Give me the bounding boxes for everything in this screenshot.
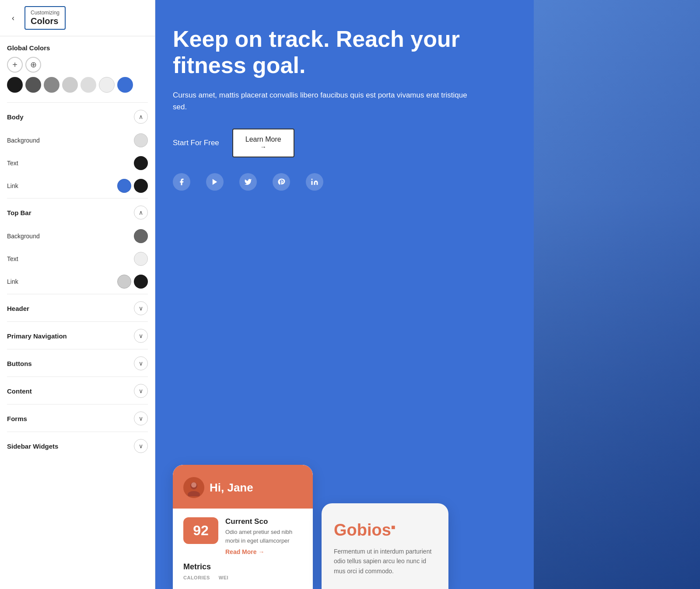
hero-subtitle: Cursus amet, mattis placerat convallis l… (173, 89, 479, 113)
youtube-icon[interactable] (206, 173, 224, 191)
global-colors-title: Global Colors (7, 44, 148, 52)
metrics-title: Metrics (183, 562, 302, 572)
body-label: Body (7, 113, 24, 121)
add-color-button[interactable]: + (7, 57, 23, 73)
gobios-logo: Gobios■ (334, 521, 436, 540)
gobios-card: Gobios■ Fermentum ut in interdum parturi… (322, 503, 448, 589)
body-background-row: Background (7, 129, 148, 152)
athlete-bg (534, 0, 700, 589)
back-button[interactable]: ‹ (7, 12, 19, 24)
primary-nav-chevron[interactable]: ∨ (134, 329, 148, 343)
swatch-near-white[interactable] (99, 77, 115, 93)
topbar-link-row: Link (7, 270, 148, 293)
swatch-dark-gray[interactable] (25, 77, 41, 93)
content-chevron[interactable]: ∨ (134, 384, 148, 398)
panel-header: ‹ Customizing Colors (0, 0, 155, 36)
score-label: Current Sco (225, 517, 302, 526)
swatch-medium-gray[interactable] (44, 77, 60, 93)
panel-title-main: Colors (31, 16, 60, 26)
facebook-icon[interactable] (173, 173, 190, 191)
content-section: Content ∨ (7, 376, 148, 403)
body-section-row: Body ∧ (7, 105, 148, 129)
header-section: Header ∨ (7, 294, 148, 321)
learn-more-button[interactable]: Learn More → (232, 129, 294, 157)
score-badge: 92 (183, 517, 218, 544)
header-label: Header (7, 305, 29, 312)
body-link-dot1[interactable] (117, 179, 131, 193)
body-link-dot2[interactable] (134, 179, 148, 193)
linkedin-icon[interactable] (306, 173, 323, 191)
panel-body: Global Colors + ⊕ Body ∧ Background (0, 36, 155, 467)
topbar-text-label: Text (7, 255, 18, 262)
forms-section-row: Forms ∨ (7, 406, 148, 431)
twitter-icon[interactable] (239, 173, 257, 191)
color-add-row: + ⊕ (7, 57, 148, 73)
topbar-chevron-up[interactable]: ∧ (134, 206, 148, 220)
content-label: Content (7, 387, 32, 395)
svg-point-3 (188, 491, 200, 496)
learn-more-arrow: → (260, 143, 266, 150)
header-chevron[interactable]: ∨ (134, 301, 148, 315)
athlete-figure (534, 195, 700, 589)
start-button[interactable]: Start For Free (173, 139, 219, 147)
left-panel: ‹ Customizing Colors Global Colors + ⊕ B… (0, 0, 155, 589)
score-row: 92 Current Sco Odio amet pretiur sed nib… (183, 517, 302, 555)
swatch-light-gray[interactable] (62, 77, 78, 93)
add-global-color-button[interactable]: ⊕ (25, 57, 41, 73)
swatch-lighter-gray[interactable] (80, 77, 96, 93)
svg-point-4 (191, 482, 196, 488)
topbar-text-row: Text (7, 247, 148, 270)
global-swatches (7, 77, 148, 93)
topbar-label: Top Bar (7, 209, 32, 216)
panel-title-sub: Customizing (31, 10, 60, 16)
buttons-section: Buttons ∨ (7, 349, 148, 376)
user-greeting: Hi, Jane (210, 481, 253, 495)
body-background-dots (134, 133, 148, 147)
metrics-cols: CALORIES WEI (183, 575, 302, 580)
swatch-blue[interactable] (117, 77, 133, 93)
buttons-label: Buttons (7, 360, 32, 367)
fitness-card: Hi, Jane 92 Current Sco Odio amet pretiu… (173, 465, 313, 589)
buttons-section-row: Buttons ∨ (7, 351, 148, 376)
topbar-section-row: Top Bar ∧ (7, 200, 148, 225)
topbar-link-label: Link (7, 278, 18, 285)
hero-title: Keep on track. Reach your fitness goal. (173, 26, 492, 79)
user-avatar (183, 477, 204, 498)
gobios-mark: ■ (391, 523, 396, 531)
sidebar-widgets-label: Sidebar Widgets (7, 443, 58, 450)
buttons-chevron[interactable]: ∨ (134, 356, 148, 370)
topbar-background-row: Background (7, 225, 148, 247)
body-background-dot[interactable] (134, 133, 148, 147)
score-content: Current Sco Odio amet pretiur sed nibh m… (225, 517, 302, 555)
primary-nav-section: Primary Navigation ∨ (7, 321, 148, 348)
primary-nav-section-row: Primary Navigation ∨ (7, 324, 148, 348)
topbar-background-label: Background (7, 233, 40, 240)
right-panel: Keep on track. Reach your fitness goal. … (155, 0, 700, 589)
panel-title-box: Customizing Colors (24, 6, 66, 30)
forms-label: Forms (7, 415, 27, 422)
primary-nav-label: Primary Navigation (7, 332, 67, 340)
read-more[interactable]: Read More → (225, 548, 302, 555)
body-text-row: Text (7, 152, 148, 174)
body-link-label: Link (7, 182, 18, 189)
topbar-section: Top Bar ∧ Background Text Link (7, 198, 148, 293)
metric-calories: CALORIES (183, 575, 210, 580)
topbar-link-dots (117, 275, 148, 289)
svg-marker-0 (213, 179, 217, 185)
body-background-label: Background (7, 137, 40, 144)
pinterest-icon[interactable] (273, 173, 290, 191)
cards-area: Hi, Jane 92 Current Sco Odio amet pretiu… (173, 465, 448, 589)
topbar-link-dot2[interactable] (134, 275, 148, 289)
body-text-label: Text (7, 160, 18, 167)
body-chevron-up[interactable]: ∧ (134, 110, 148, 124)
sidebar-widgets-chevron[interactable]: ∨ (134, 439, 148, 453)
gobios-logo-text: Gobios (334, 521, 391, 539)
swatch-black[interactable] (7, 77, 23, 93)
body-text-dot[interactable] (134, 156, 148, 170)
fitness-card-header: Hi, Jane (173, 465, 313, 509)
topbar-background-dot[interactable] (134, 229, 148, 243)
fitness-card-user: Hi, Jane (183, 477, 302, 498)
topbar-text-dot[interactable] (134, 252, 148, 266)
topbar-link-dot1[interactable] (117, 275, 131, 289)
forms-chevron[interactable]: ∨ (134, 411, 148, 425)
